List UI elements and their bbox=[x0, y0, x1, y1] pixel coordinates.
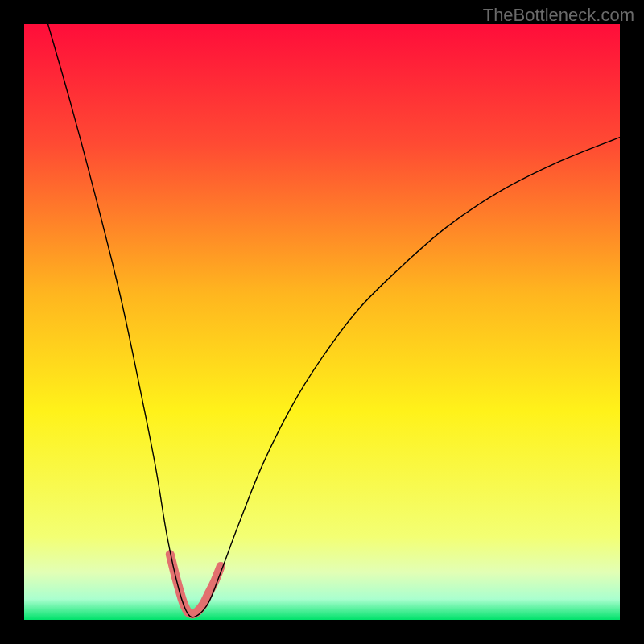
chart-canvas bbox=[24, 24, 620, 620]
watermark: TheBottleneck.com bbox=[483, 5, 634, 26]
bottleneck-chart bbox=[24, 24, 620, 620]
gradient-background bbox=[24, 24, 620, 620]
